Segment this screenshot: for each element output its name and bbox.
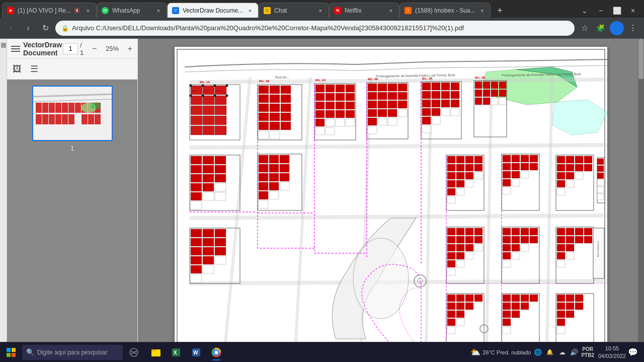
svg-rect-193 — [465, 172, 473, 179]
svg-rect-274 — [530, 236, 538, 243]
tab-vectordraw[interactable]: V VectorDraw Docume... × — [167, 3, 259, 18]
svg-rect-173 — [259, 173, 268, 181]
svg-rect-158 — [215, 174, 226, 182]
svg-rect-280 — [503, 260, 511, 267]
back-button[interactable]: ‹ — [4, 21, 18, 35]
svg-rect-227 — [575, 172, 583, 179]
svg-rect-135 — [422, 125, 431, 133]
whatsapp-favicon: W — [101, 7, 109, 15]
tab-chat[interactable]: C Chat × — [259, 3, 329, 18]
svg-rect-147 — [491, 98, 498, 105]
svg-rect-242 — [203, 256, 214, 264]
taskbar-word[interactable]: W — [187, 343, 205, 361]
lock-icon: 🔒 — [61, 25, 69, 32]
svg-rect-5 — [42, 103, 48, 113]
weather-widget[interactable]: ⛅ 26°C Pred. nublado — [470, 347, 531, 357]
bookmark-button[interactable]: ☆ — [578, 21, 592, 35]
svg-rect-62 — [270, 104, 280, 112]
svg-rect-327 — [557, 311, 565, 318]
svg-rect-154 — [203, 165, 214, 173]
tab-youtube-close[interactable]: × — [84, 7, 92, 15]
sidebar-icon-pages[interactable] — [1, 43, 6, 48]
excel-icon: X — [171, 347, 182, 358]
pdf-viewer[interactable]: Lot Lot Lot Área Institucional — [138, 39, 644, 362]
taskbar-search-text: Digite aqui para pesquisar — [37, 349, 107, 356]
tab-vd-close[interactable]: × — [246, 7, 254, 15]
image-tool-button[interactable]: 🖼 — [9, 61, 25, 77]
pdf-scrollbar-track[interactable] — [638, 39, 644, 342]
pdf-scrollbar-thumb[interactable] — [638, 39, 643, 79]
page-thumbnail-1[interactable] — [32, 86, 113, 141]
svg-rect-277 — [521, 244, 529, 251]
tab-whatsapp-close[interactable]: × — [154, 7, 163, 15]
tab-imobex[interactable]: I (1589) Imobex - Sua... × — [399, 3, 491, 18]
svg-rect-45 — [191, 106, 202, 115]
svg-rect-275 — [503, 244, 511, 251]
svg-rect-109 — [378, 109, 387, 117]
tab-youtube[interactable]: (1) [AO VIVO ] Re... 🔇 × — [2, 3, 97, 18]
svg-rect-187 — [447, 164, 455, 171]
svg-rect-224 — [584, 164, 592, 171]
taskbar-chrome[interactable] — [207, 343, 225, 361]
tab-imobex-close[interactable]: × — [478, 7, 486, 15]
zoom-out-button[interactable]: − — [89, 43, 100, 55]
svg-rect-152 — [215, 156, 226, 164]
svg-rect-264 — [456, 260, 464, 267]
svg-rect-196 — [456, 180, 464, 187]
svg-rect-128 — [451, 100, 459, 107]
lang-line1: POR — [582, 346, 593, 352]
tab-list-button[interactable]: ⌄ — [578, 4, 592, 18]
svg-rect-63 — [281, 104, 291, 112]
svg-rect-299 — [474, 295, 482, 302]
svg-rect-223 — [575, 164, 583, 171]
profile-avatar[interactable]: 👤 — [610, 21, 624, 35]
extension-button[interactable]: 🧩 — [594, 21, 608, 35]
svg-rect-124 — [451, 91, 459, 99]
svg-rect-161 — [215, 183, 226, 191]
svg-rect-43 — [203, 96, 214, 105]
forward-button[interactable]: › — [21, 21, 35, 35]
action-center-button[interactable]: 💬 — [628, 347, 638, 357]
svg-rect-225 — [557, 172, 565, 179]
list-tool-button[interactable]: ☰ — [26, 61, 42, 77]
browser-menu-button[interactable]: ⋮ — [626, 21, 640, 35]
language-indicator[interactable]: POR PTB2 — [581, 346, 594, 358]
svg-rect-140 — [499, 82, 506, 89]
hamburger-menu[interactable] — [11, 44, 20, 54]
tab-netflix-close[interactable]: × — [387, 7, 395, 15]
netflix-favicon: N — [334, 7, 342, 15]
taskbar-file-explorer[interactable] — [147, 343, 165, 361]
tab-chat-close[interactable]: × — [316, 7, 325, 15]
svg-rect-330 — [557, 327, 565, 334]
onedrive-icon[interactable]: ☁ — [557, 347, 567, 357]
tab-bar: (1) [AO VIVO ] Re... 🔇 × W WhatsApp × V … — [0, 0, 644, 18]
svg-rect-375 — [155, 349, 160, 351]
notifications-icon[interactable]: 🔔 — [545, 347, 555, 357]
refresh-button[interactable]: ↻ — [38, 21, 52, 35]
close-window-button[interactable]: × — [626, 4, 640, 18]
tab-netflix[interactable]: N Netflix × — [329, 3, 399, 18]
profile-button[interactable]: 👤 — [610, 21, 624, 35]
svg-point-37 — [353, 238, 409, 319]
maximize-button[interactable]: ⬜ — [610, 4, 624, 18]
address-bar[interactable]: 🔒 Arquivo C:/Users/DELL/Downloads/Planta… — [55, 21, 575, 36]
svg-rect-84 — [346, 102, 355, 109]
taskbar-search[interactable]: 🔍 Digite aqui para pesquisar — [22, 345, 123, 360]
page-number-input[interactable] — [63, 43, 78, 54]
zoom-in-button[interactable]: + — [124, 43, 135, 55]
start-button[interactable] — [2, 343, 20, 361]
taskbar-excel[interactable]: X — [167, 343, 185, 361]
vd-thumbnail-area[interactable]: 1 — [7, 80, 137, 362]
svg-rect-214 — [512, 179, 520, 186]
new-tab-button[interactable]: + — [493, 4, 507, 18]
minimize-button[interactable]: − — [594, 4, 608, 18]
svg-rect-179 — [259, 191, 268, 199]
svg-rect-265 — [447, 268, 455, 275]
svg-rect-230 — [557, 188, 565, 195]
tab-whatsapp[interactable]: W WhatsApp × — [97, 3, 167, 18]
system-clock[interactable]: 10:55 04/03/2022 — [598, 345, 626, 359]
network-icon[interactable]: 🌐 — [533, 347, 543, 357]
svg-rect-221 — [557, 164, 565, 171]
volume-icon[interactable]: 🔊 — [569, 347, 579, 357]
task-view-button[interactable] — [125, 343, 143, 361]
